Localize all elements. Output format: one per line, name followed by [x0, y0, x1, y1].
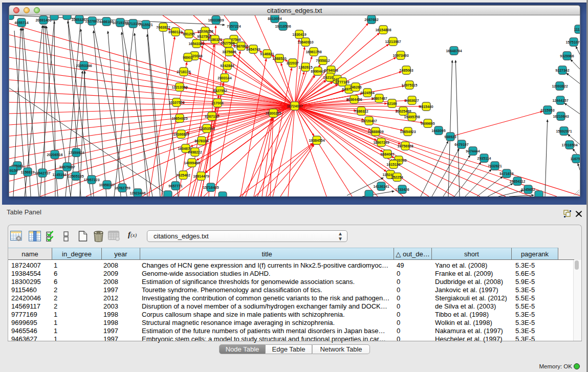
svg-text:18907249: 18907249 — [373, 141, 389, 144]
svg-text:18300295: 18300295 — [265, 112, 281, 115]
svg-text:1830419: 1830419 — [292, 33, 306, 36]
svg-text:15720407: 15720407 — [361, 119, 377, 123]
svg-text:98901: 98901 — [183, 56, 193, 59]
svg-text:15495758: 15495758 — [404, 115, 420, 119]
svg-text:62160: 62160 — [387, 102, 397, 105]
svg-text:6794028: 6794028 — [324, 69, 338, 72]
svg-text:12505135: 12505135 — [68, 174, 83, 178]
svg-text:6466160: 6466160 — [99, 20, 113, 24]
svg-text:16782759: 16782759 — [114, 186, 130, 190]
svg-text:7625402: 7625402 — [176, 173, 190, 177]
svg-text:8427552: 8427552 — [213, 89, 227, 93]
svg-text:8878334: 8878334 — [194, 139, 208, 143]
svg-text:19218506: 19218506 — [275, 25, 291, 28]
svg-text:12353594: 12353594 — [199, 127, 214, 130]
svg-text:10807487: 10807487 — [371, 97, 387, 100]
svg-text:10688609: 10688609 — [367, 130, 383, 134]
svg-text:8267130: 8267130 — [205, 115, 219, 118]
svg-text:16033809: 16033809 — [208, 18, 224, 22]
svg-text:8990443: 8990443 — [311, 70, 324, 73]
svg-text:7357224: 7357224 — [227, 25, 241, 28]
svg-text:2803144: 2803144 — [217, 76, 231, 80]
svg-text:2718176: 2718176 — [177, 70, 190, 74]
svg-text:3875685: 3875685 — [222, 50, 236, 54]
svg-text:12942737: 12942737 — [34, 171, 50, 175]
svg-text:16154808: 16154808 — [375, 28, 391, 32]
svg-text:9684067: 9684067 — [380, 152, 394, 156]
svg-text:8813054: 8813054 — [268, 17, 281, 20]
svg-text:1145194: 1145194 — [53, 173, 67, 177]
svg-text:6479197: 6479197 — [454, 143, 468, 146]
svg-text:9474444: 9474444 — [466, 149, 480, 153]
svg-text:9777169: 9777169 — [335, 80, 349, 84]
svg-text:16961758: 16961758 — [306, 50, 321, 54]
svg-text:11123: 11123 — [574, 28, 580, 31]
svg-text:10973493: 10973493 — [393, 54, 408, 57]
svg-text:252254: 252254 — [391, 176, 403, 179]
svg-text:19384554: 19384554 — [309, 139, 324, 142]
svg-text:20691406: 20691406 — [35, 18, 51, 22]
svg-text:217004: 217004 — [211, 101, 223, 105]
svg-text:7485063: 7485063 — [399, 69, 413, 72]
svg-text:3215953: 3215953 — [540, 108, 554, 112]
svg-text:2087682: 2087682 — [364, 18, 378, 21]
svg-text:9146821: 9146821 — [260, 52, 274, 56]
svg-text:19654923: 19654923 — [400, 130, 416, 134]
svg-text:20206516: 20206516 — [47, 153, 62, 157]
svg-text:8960123: 8960123 — [168, 30, 182, 34]
svg-text:12975115: 12975115 — [402, 83, 418, 87]
svg-text:19166829: 19166829 — [173, 133, 189, 136]
svg-text:15751074: 15751074 — [565, 40, 580, 44]
svg-text:16210643: 16210643 — [553, 115, 569, 118]
svg-text:1733426: 1733426 — [395, 188, 409, 191]
svg-text:16543362: 16543362 — [188, 42, 204, 46]
svg-text:1588520: 1588520 — [272, 57, 286, 60]
svg-text:9227342: 9227342 — [555, 69, 569, 72]
svg-text:7663822: 7663822 — [156, 26, 170, 29]
svg-text:10654112: 10654112 — [510, 180, 526, 183]
svg-text:19654925: 19654925 — [171, 117, 187, 120]
svg-text:14099489: 14099489 — [184, 161, 200, 165]
svg-text:8454749: 8454749 — [246, 48, 260, 51]
svg-text:15716485: 15716485 — [203, 186, 219, 189]
svg-text:9657771: 9657771 — [168, 184, 182, 188]
svg-text:16648784: 16648784 — [446, 49, 462, 53]
svg-text:14136141: 14136141 — [373, 185, 389, 188]
svg-text:7886322: 7886322 — [354, 110, 368, 113]
svg-text:1643095: 1643095 — [431, 129, 445, 133]
svg-text:10107553: 10107553 — [168, 101, 184, 104]
svg-text:17016504: 17016504 — [561, 143, 577, 147]
svg-text:23975887: 23975887 — [59, 165, 75, 169]
svg-text:116753: 116753 — [571, 157, 580, 161]
svg-text:9815440: 9815440 — [419, 105, 433, 108]
svg-text:8471676: 8471676 — [499, 172, 513, 176]
svg-text:891295: 891295 — [183, 32, 194, 36]
svg-text:7632621: 7632621 — [488, 164, 502, 168]
svg-text:12093822: 12093822 — [552, 84, 568, 88]
svg-text:10958107: 10958107 — [99, 183, 115, 187]
svg-text:746266: 746266 — [350, 85, 361, 89]
svg-text:9242848: 9242848 — [220, 64, 234, 68]
svg-text:6498222: 6498222 — [188, 150, 202, 154]
svg-text:938923: 938923 — [444, 135, 456, 139]
svg-text:12213369: 12213369 — [171, 85, 187, 89]
svg-text:822037: 822037 — [287, 61, 298, 65]
svg-text:7515521: 7515521 — [139, 23, 153, 27]
svg-text:12444157: 12444157 — [552, 99, 568, 102]
svg-text:20364456: 20364456 — [346, 98, 362, 101]
svg-text:19756928: 19756928 — [397, 144, 413, 148]
svg-text:17957223: 17957223 — [83, 178, 99, 182]
svg-text:9463627: 9463627 — [405, 99, 419, 102]
svg-text:17359924: 17359924 — [68, 151, 84, 155]
svg-text:4055714: 4055714 — [14, 21, 28, 25]
svg-text:2935114: 2935114 — [477, 157, 491, 160]
svg-text:15692971: 15692971 — [556, 129, 572, 133]
svg-text:1156819: 1156819 — [21, 170, 35, 174]
svg-text:9245652: 9245652 — [521, 188, 535, 191]
svg-text:1615132: 1615132 — [386, 163, 400, 166]
svg-text:10025488: 10025488 — [395, 110, 411, 113]
svg-text:16914479: 16914479 — [193, 174, 209, 178]
svg-text:9329966: 9329966 — [560, 54, 574, 58]
svg-text:8186323: 8186323 — [208, 38, 222, 41]
svg-text:12923446: 12923446 — [129, 191, 145, 195]
